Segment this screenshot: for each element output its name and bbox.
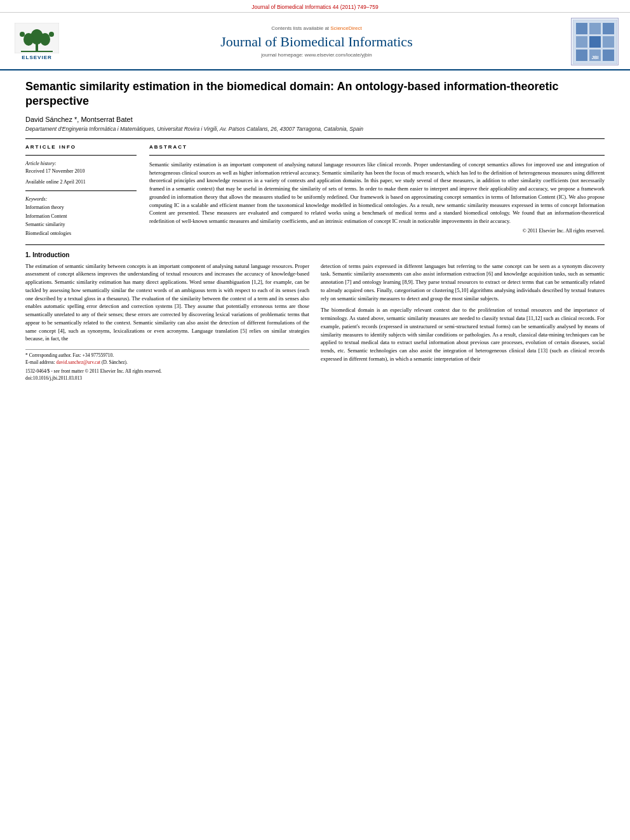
keyword-2: Information Content: [25, 212, 137, 221]
sciencedirect-line: Contents lists available at ScienceDirec…: [69, 25, 565, 31]
svg-rect-15: [576, 50, 587, 61]
section1-num: 1.: [25, 251, 30, 258]
footnote-email-suffix: (D. Sánchez).: [102, 359, 128, 365]
body-divider: [25, 244, 605, 245]
article-meta-row: ARTICLE INFO Article history: Received 1…: [25, 144, 605, 238]
homepage-prefix: journal homepage:: [261, 52, 305, 58]
keyword-1: Information theory: [25, 203, 137, 212]
body-two-columns: The estimation of semantic similarity be…: [25, 262, 605, 382]
footnote-star-text: * Corresponding author. Fax: +34 9775597…: [25, 352, 114, 358]
footer-issn: 1532-0464/$ - see front matter © 2011 El…: [25, 368, 309, 375]
elsevier-brand-text: ELSEVIER: [22, 55, 52, 60]
svg-rect-14: [603, 36, 614, 48]
article-info-column: ARTICLE INFO Article history: Received 1…: [25, 144, 137, 238]
body-col-left: The estimation of semantic similarity be…: [25, 262, 309, 382]
svg-point-3: [23, 33, 34, 46]
body-para-1: The estimation of semantic similarity be…: [25, 262, 309, 343]
footnote-star: * Corresponding author. Fax: +34 9775597…: [25, 352, 309, 359]
journal-header: ELSEVIER Contents lists available at Sci…: [0, 13, 630, 70]
homepage-url[interactable]: www.elsevier.com/locate/yjbin: [305, 52, 372, 58]
jbi-logo-img: JBI: [573, 20, 617, 64]
keyword-3: Semantic similarity: [25, 220, 137, 229]
body-para-right-1: detection of terms pairs expressed in di…: [321, 262, 605, 303]
topbar-text: Journal of Biomedical Informatics 44 (20…: [251, 4, 378, 10]
history-label: Article history:: [25, 161, 137, 166]
divider-abstract: [149, 155, 605, 156]
keywords-label: Keywords:: [25, 196, 137, 202]
article-authors: David Sánchez *, Montserrat Batet: [25, 116, 605, 123]
article-title: Semantic similarity estimation in the bi…: [25, 79, 605, 109]
footnote-email-address[interactable]: david.sanchez@urv.cat: [57, 359, 100, 365]
svg-point-4: [40, 33, 50, 46]
footnote-email: E-mail address: david.sanchez@urv.cat (D…: [25, 359, 309, 366]
body-para-right-2: The biomedical domain is an especially r…: [321, 306, 605, 363]
journal-logo-right: JBI: [571, 18, 619, 65]
sciencedirect-link[interactable]: ScienceDirect: [330, 25, 361, 31]
keyword-4: Biomedical ontologies: [25, 229, 137, 238]
section1-title: Introduction: [32, 251, 69, 258]
svg-rect-11: [603, 23, 614, 34]
divider-info: [25, 155, 137, 156]
svg-rect-5: [21, 51, 53, 52]
journal-topbar: Journal of Biomedical Informatics 44 (20…: [0, 0, 630, 13]
svg-point-7: [49, 32, 54, 37]
svg-rect-9: [576, 23, 587, 34]
copyright-line: © 2011 Elsevier Inc. All rights reserved…: [149, 228, 605, 234]
svg-point-6: [20, 32, 25, 37]
article-affiliation: Departament d'Enginyeria Informàtica i M…: [25, 126, 605, 132]
footnote-section: * Corresponding author. Fax: +34 9775597…: [25, 349, 309, 382]
body-col-right: detection of terms pairs expressed in di…: [321, 262, 605, 382]
article-abstract-column: ABSTRACT Semantic similarity estimation …: [149, 144, 605, 238]
article-content: Semantic similarity estimation in the bi…: [0, 70, 630, 390]
page: Journal of Biomedical Informatics 44 (20…: [0, 0, 630, 840]
svg-rect-13: [589, 36, 601, 48]
sciencedirect-prefix: Contents lists available at: [271, 25, 330, 31]
footnote-email-label: E-mail address:: [25, 359, 55, 365]
svg-rect-12: [576, 36, 587, 48]
abstract-text: Semantic similarity estimation is an imp…: [149, 161, 605, 225]
elsevier-logo: ELSEVIER: [11, 23, 62, 60]
elsevier-logo-img: [15, 23, 59, 53]
section1-heading: 1. Introduction: [25, 251, 605, 258]
journal-title-main: Journal of Biomedical Informatics: [69, 34, 565, 50]
authors-text: David Sánchez *, Montserrat Batet: [25, 116, 133, 123]
keywords-list: Information theory Information Content S…: [25, 203, 137, 237]
article-info-label: ARTICLE INFO: [25, 144, 137, 150]
journal-center: Contents lists available at ScienceDirec…: [62, 25, 571, 58]
svg-rect-10: [589, 23, 601, 34]
footer-doi: doi:10.1016/j.jbi.2011.03.013: [25, 375, 309, 382]
abstract-label: ABSTRACT: [149, 144, 605, 150]
available-date: Available online 2 April 2011: [25, 178, 137, 185]
svg-text:JBI: JBI: [591, 55, 598, 60]
received-date: Received 17 November 2010: [25, 168, 137, 175]
svg-rect-17: [603, 50, 614, 61]
divider-1: [25, 138, 605, 139]
journal-homepage: journal homepage: www.elsevier.com/locat…: [69, 52, 565, 58]
divider-info-2: [25, 190, 137, 191]
